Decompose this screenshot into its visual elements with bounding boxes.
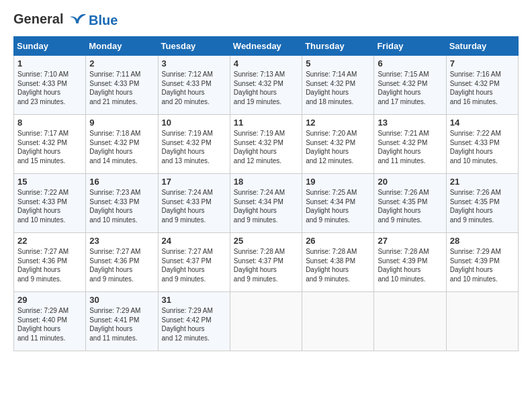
weekday-header-monday: Monday — [86, 37, 158, 56]
calendar-cell: 26 Sunrise: 7:28 AMSunset: 4:38 PMDaylig… — [302, 233, 374, 292]
day-number: 23 — [89, 236, 154, 246]
calendar-header-row: SundayMondayTuesdayWednesdayThursdayFrid… — [14, 37, 519, 56]
day-info: Sunrise: 7:28 AMSunset: 4:39 PMDaylight … — [378, 248, 429, 283]
day-number: 4 — [234, 58, 298, 68]
day-number: 28 — [450, 236, 515, 246]
day-number: 30 — [89, 295, 154, 305]
day-info: Sunrise: 7:22 AMSunset: 4:33 PMDaylight … — [17, 189, 69, 224]
calendar-cell: 5 Sunrise: 7:14 AMSunset: 4:32 PMDayligh… — [302, 56, 374, 115]
day-info: Sunrise: 7:18 AMSunset: 4:32 PMDaylight … — [89, 130, 140, 165]
calendar-cell: 9 Sunrise: 7:18 AMSunset: 4:32 PMDayligh… — [86, 115, 158, 174]
day-number: 10 — [162, 118, 226, 128]
calendar-cell — [446, 292, 518, 351]
day-info: Sunrise: 7:26 AMSunset: 4:35 PMDaylight … — [378, 189, 429, 224]
calendar-cell — [230, 292, 302, 351]
calendar-cell: 17 Sunrise: 7:24 AMSunset: 4:33 PMDaylig… — [158, 174, 230, 233]
day-number: 26 — [306, 236, 370, 246]
calendar-table: SundayMondayTuesdayWednesdayThursdayFrid… — [13, 36, 519, 351]
weekday-header-thursday: Thursday — [302, 37, 374, 56]
day-info: Sunrise: 7:12 AMSunset: 4:33 PMDaylight … — [162, 71, 213, 105]
day-number: 1 — [17, 58, 82, 68]
calendar-week-2: 8 Sunrise: 7:17 AMSunset: 4:32 PMDayligh… — [14, 115, 519, 174]
day-info: Sunrise: 7:29 AMSunset: 4:41 PMDaylight … — [89, 307, 140, 342]
calendar-cell: 22 Sunrise: 7:27 AMSunset: 4:36 PMDaylig… — [14, 233, 86, 292]
day-info: Sunrise: 7:19 AMSunset: 4:32 PMDaylight … — [162, 130, 213, 165]
calendar-cell: 12 Sunrise: 7:20 AMSunset: 4:32 PMDaylig… — [302, 115, 374, 174]
day-number: 27 — [378, 236, 442, 246]
calendar-cell: 13 Sunrise: 7:21 AMSunset: 4:32 PMDaylig… — [374, 115, 446, 174]
day-number: 5 — [306, 58, 370, 68]
weekday-header-wednesday: Wednesday — [230, 37, 302, 56]
calendar-cell: 4 Sunrise: 7:13 AMSunset: 4:32 PMDayligh… — [230, 56, 302, 115]
calendar-cell: 24 Sunrise: 7:27 AMSunset: 4:37 PMDaylig… — [158, 233, 230, 292]
day-info: Sunrise: 7:26 AMSunset: 4:35 PMDaylight … — [450, 189, 501, 224]
day-info: Sunrise: 7:28 AMSunset: 4:38 PMDaylight … — [306, 248, 357, 283]
day-info: Sunrise: 7:23 AMSunset: 4:33 PMDaylight … — [89, 189, 140, 224]
calendar-week-4: 22 Sunrise: 7:27 AMSunset: 4:36 PMDaylig… — [14, 233, 519, 292]
calendar-cell: 14 Sunrise: 7:22 AMSunset: 4:33 PMDaylig… — [446, 115, 518, 174]
calendar-cell: 11 Sunrise: 7:19 AMSunset: 4:32 PMDaylig… — [230, 115, 302, 174]
calendar-cell: 21 Sunrise: 7:26 AMSunset: 4:35 PMDaylig… — [446, 174, 518, 233]
calendar-cell: 29 Sunrise: 7:29 AMSunset: 4:40 PMDaylig… — [14, 292, 86, 351]
calendar-cell: 18 Sunrise: 7:24 AMSunset: 4:34 PMDaylig… — [230, 174, 302, 233]
calendar-cell: 20 Sunrise: 7:26 AMSunset: 4:35 PMDaylig… — [374, 174, 446, 233]
day-number: 12 — [306, 118, 370, 128]
day-info: Sunrise: 7:14 AMSunset: 4:32 PMDaylight … — [306, 71, 357, 105]
day-number: 31 — [162, 295, 226, 305]
calendar-cell: 23 Sunrise: 7:27 AMSunset: 4:36 PMDaylig… — [86, 233, 158, 292]
weekday-header-sunday: Sunday — [14, 37, 86, 56]
day-number: 19 — [306, 177, 370, 187]
calendar-cell — [374, 292, 446, 351]
calendar-cell: 27 Sunrise: 7:28 AMSunset: 4:39 PMDaylig… — [374, 233, 446, 292]
day-info: Sunrise: 7:19 AMSunset: 4:32 PMDaylight … — [234, 130, 285, 165]
day-number: 20 — [378, 177, 442, 187]
day-info: Sunrise: 7:22 AMSunset: 4:33 PMDaylight … — [450, 130, 501, 165]
day-number: 6 — [378, 58, 442, 68]
day-number: 22 — [17, 236, 82, 246]
day-number: 29 — [17, 295, 82, 305]
day-number: 8 — [17, 118, 82, 128]
calendar-week-1: 1 Sunrise: 7:10 AMSunset: 4:33 PMDayligh… — [14, 56, 519, 115]
day-info: Sunrise: 7:29 AMSunset: 4:40 PMDaylight … — [17, 307, 69, 342]
day-info: Sunrise: 7:29 AMSunset: 4:39 PMDaylight … — [450, 248, 501, 283]
logo-general: General — [13, 11, 63, 26]
calendar-cell: 3 Sunrise: 7:12 AMSunset: 4:33 PMDayligh… — [158, 56, 230, 115]
calendar-cell: 2 Sunrise: 7:11 AMSunset: 4:33 PMDayligh… — [86, 56, 158, 115]
day-info: Sunrise: 7:13 AMSunset: 4:32 PMDaylight … — [234, 71, 285, 105]
page-header: General Blue — [13, 11, 519, 30]
day-number: 7 — [450, 58, 515, 68]
calendar-cell: 25 Sunrise: 7:28 AMSunset: 4:37 PMDaylig… — [230, 233, 302, 292]
calendar-week-5: 29 Sunrise: 7:29 AMSunset: 4:40 PMDaylig… — [14, 292, 519, 351]
day-info: Sunrise: 7:27 AMSunset: 4:36 PMDaylight … — [89, 248, 140, 283]
day-number: 25 — [234, 236, 298, 246]
weekday-header-saturday: Saturday — [446, 37, 518, 56]
day-number: 18 — [234, 177, 298, 187]
day-number: 17 — [162, 177, 226, 187]
day-info: Sunrise: 7:24 AMSunset: 4:33 PMDaylight … — [162, 189, 213, 224]
day-info: Sunrise: 7:15 AMSunset: 4:32 PMDaylight … — [378, 71, 429, 105]
day-number: 13 — [378, 118, 442, 128]
day-number: 3 — [162, 58, 226, 68]
day-number: 15 — [17, 177, 82, 187]
logo: General Blue — [13, 11, 118, 30]
day-number: 11 — [234, 118, 298, 128]
day-number: 21 — [450, 177, 515, 187]
logo-bird-icon — [69, 11, 87, 30]
calendar-week-3: 15 Sunrise: 7:22 AMSunset: 4:33 PMDaylig… — [14, 174, 519, 233]
day-number: 9 — [89, 118, 154, 128]
day-info: Sunrise: 7:27 AMSunset: 4:37 PMDaylight … — [162, 248, 213, 283]
day-info: Sunrise: 7:27 AMSunset: 4:36 PMDaylight … — [17, 248, 69, 283]
day-info: Sunrise: 7:25 AMSunset: 4:34 PMDaylight … — [306, 189, 357, 224]
calendar-cell: 30 Sunrise: 7:29 AMSunset: 4:41 PMDaylig… — [86, 292, 158, 351]
day-info: Sunrise: 7:20 AMSunset: 4:32 PMDaylight … — [306, 130, 357, 165]
calendar-cell: 6 Sunrise: 7:15 AMSunset: 4:32 PMDayligh… — [374, 56, 446, 115]
calendar-cell: 15 Sunrise: 7:22 AMSunset: 4:33 PMDaylig… — [14, 174, 86, 233]
day-info: Sunrise: 7:28 AMSunset: 4:37 PMDaylight … — [234, 248, 285, 283]
calendar-cell: 10 Sunrise: 7:19 AMSunset: 4:32 PMDaylig… — [158, 115, 230, 174]
day-info: Sunrise: 7:10 AMSunset: 4:33 PMDaylight … — [17, 71, 69, 105]
calendar-cell: 8 Sunrise: 7:17 AMSunset: 4:32 PMDayligh… — [14, 115, 86, 174]
calendar-cell: 28 Sunrise: 7:29 AMSunset: 4:39 PMDaylig… — [446, 233, 518, 292]
day-info: Sunrise: 7:29 AMSunset: 4:42 PMDaylight … — [162, 307, 213, 342]
weekday-header-friday: Friday — [374, 37, 446, 56]
day-info: Sunrise: 7:21 AMSunset: 4:32 PMDaylight … — [378, 130, 429, 165]
